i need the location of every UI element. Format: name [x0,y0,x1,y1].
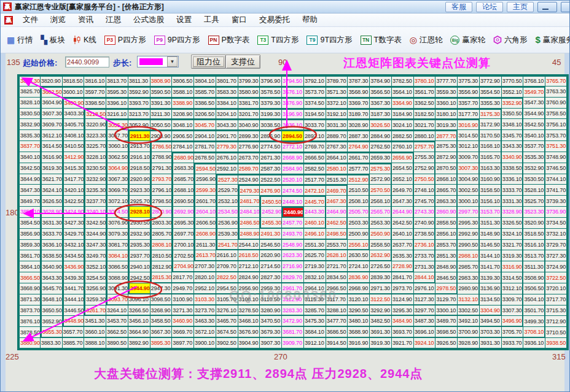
angle-label-270: 270 [274,352,287,361]
menu-help[interactable]: 帮助 [297,13,323,26]
forum-button[interactable]: 论坛 [476,2,503,12]
grid-cell: 3525.70 [523,196,545,207]
grid-cell: 3031.30 [326,119,348,130]
customer-service-button[interactable]: 客服 [445,2,472,12]
grid-cell: 2968.90 [348,283,370,294]
step-select[interactable]: ▼ [137,56,179,67]
grid-cell: 2553.70 [326,240,348,251]
toolbar-9t-square[interactable]: T9 9T四方形 [306,35,352,45]
grid-cell: 3636.10 [41,240,63,251]
grid-cell: 3933.70 [502,338,524,349]
grid-cell: 2510.50 [348,185,370,196]
toolbar-gann-wheel[interactable]: ◎ 江恩轮 [410,35,443,45]
start-price-input[interactable] [65,56,109,67]
maximize-button[interactable] [561,2,570,12]
toolbar-hexagon[interactable]: 六角形 [493,35,528,45]
angle-label-135: 135 [7,58,20,67]
grid-cell: 2479.30 [238,185,260,196]
toolbar-kline[interactable]: K线 [73,35,96,45]
grid-cell: 2774.50 [260,141,282,152]
grid-cell: 3504.10 [523,294,545,306]
grid-cell: 3470.50 [260,316,282,327]
grid-cell: 2515.30 [326,174,348,185]
grid-cell: 3763.30 [545,86,568,98]
grid-cell: 3758.50 [545,109,568,120]
grid-cell: 3213.70 [128,109,150,120]
grid-cell: 2558.50 [370,240,392,251]
grid-cell: 3379.30 [260,98,282,109]
grid-cell: 3914.50 [326,338,348,349]
toolbar-label: 板块 [50,35,65,45]
grid-cell: 2616.10 [216,250,238,261]
grid-cell: 2731.30 [414,261,436,272]
grid-cell: 2810.50 [150,250,173,261]
grid-cell: 2887.30 [348,130,370,141]
minimize-button[interactable] [537,2,557,12]
grid-cell: 3465.70 [216,316,238,327]
support-button[interactable]: 支撑位 [225,55,260,69]
menu-gann[interactable]: 江恩 [100,13,127,26]
menu-tools[interactable]: 工具 [198,13,225,26]
grid-cell: 3117.70 [326,294,348,306]
grid-cell: 3590.50 [150,86,173,98]
toolbar-p-square[interactable]: P3 P四方形 [104,35,146,45]
grid-cell: 2966.50 [326,283,348,294]
step-color-swatch [139,58,163,65]
grid-cell: 3604.90 [41,98,63,109]
grid-cell: 3144.10 [480,250,502,261]
grid-cell: 2877.70 [435,130,458,141]
grid-cell: 2474.50 [282,185,304,196]
minimize-icon [542,9,549,10]
grid-cell: 3432.10 [63,240,85,251]
grid-cell: 2695.30 [172,218,194,229]
grid-cell: 3650.50 [41,306,63,317]
toolbar-sectors[interactable]: ▚ 板块 [41,35,65,45]
grid-cell: 3835.30 [18,130,41,141]
dropdown-arrow-icon[interactable]: ▼ [167,56,178,67]
grid-cell: 2752.90 [414,163,436,174]
toolbar-t-square[interactable]: T3 T四方形 [257,35,299,45]
grid-cell: 2527.30 [216,174,238,185]
menu-news[interactable]: 资讯 [72,13,99,26]
grid-cell: 3816.10 [84,75,106,86]
toolbar-9p-square[interactable]: P9 9P四方形 [154,35,200,45]
grid-cell: 3573.70 [304,86,326,98]
grid-cell: 3276.10 [216,306,238,317]
grid-cell: 2508.10 [348,196,370,207]
toolbar-t-number-table[interactable]: TN T数字表 [361,35,402,45]
grid-cell: 3878.50 [18,327,41,338]
toolbar-p-number-table[interactable]: PN P数字表 [208,35,250,45]
grid-cell: 2714.50 [260,261,282,272]
grid-cell: 3691.30 [370,327,392,338]
grid-cell: 3938.50 [545,338,568,349]
grid-cell: 2683.30 [172,163,194,174]
grid-cell: 3278.50 [238,306,260,317]
toolbar-winner-service[interactable]: $ 赢家服务 [535,35,570,45]
menu-window[interactable]: 窗口 [226,13,252,26]
grid-cell: 2796.10 [150,185,173,196]
menu-formula-stock-pick[interactable]: 公式选股 [128,13,170,26]
menu-trade-entrust[interactable]: 交易委托 [254,13,295,26]
grid-cell: 3748.90 [545,152,568,163]
grid-cell: 3844.90 [18,174,41,185]
homepage-button[interactable]: 主页 [507,2,534,12]
menu-settings[interactable]: 设置 [171,13,197,26]
grid-cell: 3084.10 [106,250,128,261]
grid-cell: 2832.10 [304,272,326,283]
grid-cell: 3259.30 [84,294,106,306]
toolbar-quotes[interactable]: ▦ 行情 [7,35,33,45]
grid-cell: 2464.90 [326,207,348,218]
menu-file[interactable]: 文件 [17,13,44,26]
grid-cell: 2805.70 [150,229,173,240]
grid-cell: 3038.50 [260,119,282,130]
toolbar-winner-wheel[interactable]: Big 赢家轮 [450,35,485,45]
grid-cell: 3487.30 [414,316,436,327]
menu-browse[interactable]: 浏览 [45,13,71,26]
angle-label-45: 45 [552,58,561,67]
grid-cell: 3052.90 [128,119,150,130]
9p-square-icon: P9 [154,36,165,45]
grid-cell: 2784.10 [172,141,194,152]
resistance-button[interactable]: 阻力位 [191,55,226,69]
grid-cell: 3100.90 [172,294,194,306]
grid-cell: 3672.10 [194,327,216,338]
